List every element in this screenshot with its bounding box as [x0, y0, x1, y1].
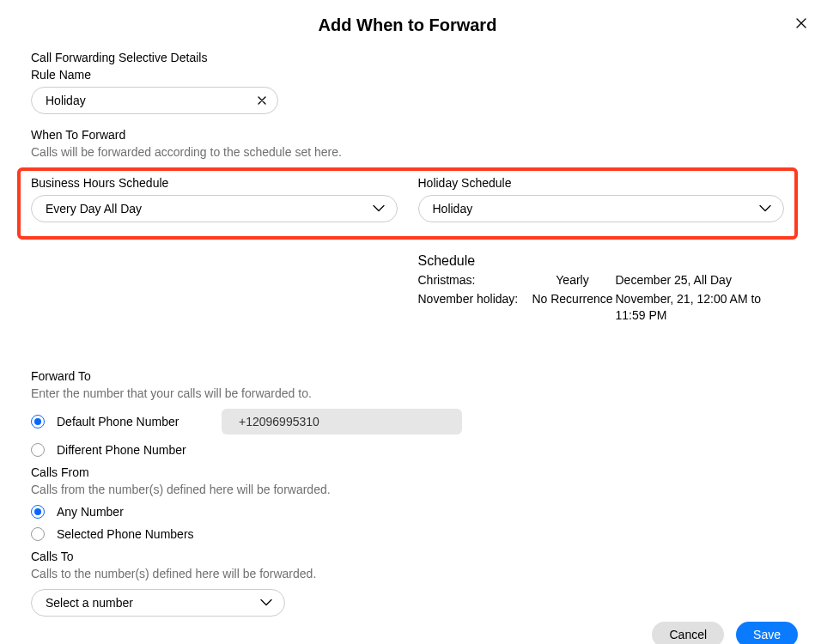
holiday-schedule-label: Holiday Schedule — [418, 176, 785, 190]
schedule-table: Schedule Christmas: Yearly December 25, … — [418, 253, 785, 325]
any-number-radio[interactable] — [31, 505, 45, 519]
different-phone-radio[interactable] — [31, 443, 45, 457]
calls-to-placeholder: Select a number — [46, 596, 133, 610]
when-section-label: When To Forward — [31, 128, 784, 142]
save-button[interactable]: Save — [736, 622, 798, 644]
page-title: Add When to Forward — [0, 15, 815, 35]
schedule-time: December 25, All Day — [616, 272, 785, 289]
business-hours-select[interactable]: Every Day All Day — [31, 195, 398, 222]
calls-from-label: Calls From — [31, 465, 784, 479]
chevron-down-icon — [260, 598, 272, 606]
schedule-recurrence: Yearly — [530, 272, 616, 289]
when-hint: Calls will be forwarded according to the… — [31, 145, 784, 159]
schedule-title: Schedule — [418, 253, 785, 269]
rule-name-value: Holiday — [46, 94, 86, 107]
calls-from-hint: Calls from the number(s) defined here wi… — [31, 483, 784, 496]
default-phone-value: +12096995310 — [222, 409, 462, 434]
chevron-down-icon — [759, 205, 771, 213]
default-phone-radio[interactable] — [31, 415, 45, 428]
schedule-row: November holiday: No Recurrence November… — [418, 291, 785, 325]
forward-to-label: Forward To — [31, 369, 784, 383]
chevron-down-icon — [373, 205, 385, 213]
schedule-row: Christmas: Yearly December 25, All Day — [418, 272, 785, 289]
details-section-label: Call Forwarding Selective Details — [31, 51, 784, 64]
add-when-to-forward-dialog: Add When to Forward Call Forwarding Sele… — [0, 15, 815, 644]
rule-name-input[interactable]: Holiday — [31, 87, 278, 114]
forward-to-hint: Enter the number that your calls will be… — [31, 386, 784, 400]
default-phone-label: Default Phone Number — [57, 415, 210, 428]
schedule-name: Christmas: — [418, 272, 530, 289]
schedule-time: November, 21, 12:00 AM to 11:59 PM — [616, 291, 785, 325]
different-phone-label: Different Phone Number — [57, 443, 186, 457]
calls-to-hint: Calls to the number(s) defined here will… — [31, 567, 784, 580]
holiday-schedule-select[interactable]: Holiday — [418, 195, 785, 222]
cancel-button[interactable]: Cancel — [652, 622, 724, 644]
clear-icon[interactable] — [257, 95, 267, 106]
selected-numbers-label: Selected Phone Numbers — [57, 527, 194, 541]
schedule-name: November holiday: — [418, 291, 530, 325]
schedule-recurrence: No Recurrence — [530, 291, 616, 325]
business-hours-label: Business Hours Schedule — [31, 176, 398, 190]
dialog-footer: Cancel Save — [652, 622, 798, 644]
business-hours-value: Every Day All Day — [46, 202, 142, 216]
any-number-label: Any Number — [57, 505, 124, 519]
calls-to-label: Calls To — [31, 550, 784, 563]
selected-numbers-radio[interactable] — [31, 527, 45, 541]
holiday-schedule-value: Holiday — [433, 202, 473, 216]
rule-name-label: Rule Name — [31, 68, 784, 82]
calls-to-select[interactable]: Select a number — [31, 589, 285, 617]
schedule-highlight: Business Hours Schedule Every Day All Da… — [17, 167, 798, 240]
close-icon[interactable] — [796, 17, 806, 31]
